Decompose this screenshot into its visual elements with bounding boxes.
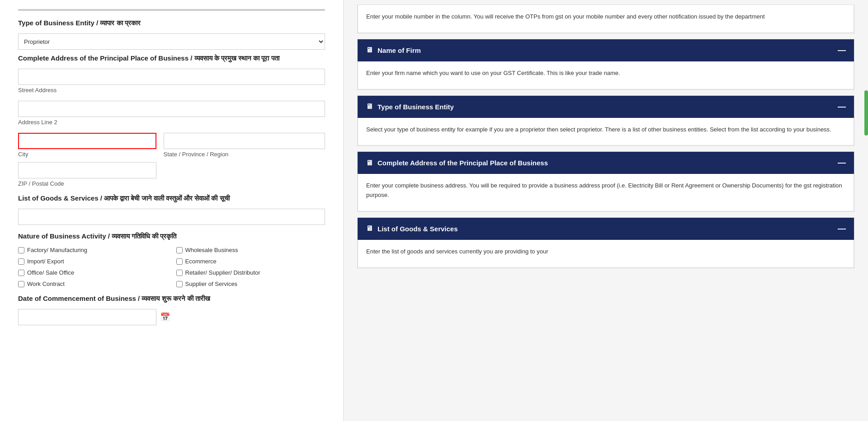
type-of-business-entity-select[interactable]: Proprietor Partnership LLP Private Limit… [18, 33, 325, 50]
checkbox-wholesale[interactable]: Wholesale Business [176, 247, 326, 253]
address-line2-input[interactable] [18, 101, 325, 117]
accordion-complete-address-header-left: 🖥 Complete Address of the Principal Plac… [366, 159, 548, 167]
list-goods-text: Enter the list of goods and services cur… [366, 247, 845, 257]
accordion-list-goods-header-left: 🖥 List of Goods & Services [366, 225, 458, 233]
city-state-row: City State / Province / Region [18, 133, 325, 158]
accordion-mobile-info-body: Enter your mobile number in the column. … [358, 5, 854, 33]
city-label: City [18, 151, 156, 158]
accordion-complete-address-body: Enter your complete business address. Yo… [358, 174, 854, 211]
checkbox-office-label: Office/ Sale Office [27, 269, 74, 276]
checkbox-factory[interactable]: Factory/ Manufacturing [18, 247, 167, 253]
calendar-icon[interactable]: 📅 [160, 312, 170, 322]
checkbox-workcontract[interactable]: Work Contract [18, 281, 167, 287]
street-address-input[interactable] [18, 69, 325, 85]
monitor-icon-goods: 🖥 [366, 225, 373, 233]
accordion-type-business-header[interactable]: 🖥 Type of Business Entity — [358, 96, 854, 118]
checkbox-office-input[interactable] [18, 270, 24, 276]
type-of-business-entity-section: Type of Business Entity / व्यापार का प्र… [18, 19, 325, 50]
city-group: City [18, 133, 156, 158]
accordion-complete-address-title: Complete Address of the Principal Place … [377, 159, 548, 167]
checkbox-import[interactable]: Import/ Export [18, 258, 167, 265]
street-address-label: Street Address [18, 87, 325, 94]
checkbox-ecommerce-label: Ecommerce [185, 258, 217, 265]
checkbox-import-input[interactable] [18, 258, 24, 265]
name-of-firm-text: Enter your firm name which you want to u… [366, 69, 845, 78]
address-line2-group: Address Line 2 [18, 101, 325, 126]
accordion-name-of-firm-header-left: 🖥 Name of Firm [366, 46, 421, 54]
state-input[interactable] [164, 133, 325, 149]
accordion-list-goods-header[interactable]: 🖥 List of Goods & Services — [358, 218, 854, 240]
monitor-icon-firm: 🖥 [366, 46, 373, 54]
nature-of-business-section: Nature of Business Activity / व्यवसाय गत… [18, 232, 325, 287]
complete-address-text: Enter your complete business address. Yo… [366, 181, 845, 200]
accordion-type-business-header-left: 🖥 Type of Business Entity [366, 103, 454, 111]
date-commencement-section: Date of Commencement of Business / व्यवस… [18, 295, 325, 325]
right-panel: Enter your mobile number in the column. … [344, 0, 868, 421]
top-border [18, 9, 325, 11]
zip-label: ZIP / Postal Code [18, 180, 325, 187]
checkbox-supplier-label: Supplier of Services [185, 281, 238, 287]
complete-address-section: Complete Address of the Principal Place … [18, 54, 325, 187]
collapse-icon-firm[interactable]: — [838, 46, 846, 55]
checkbox-supplier[interactable]: Supplier of Services [176, 281, 326, 287]
checkbox-factory-input[interactable] [18, 247, 24, 253]
checkbox-ecommerce-input[interactable] [176, 258, 183, 265]
checkbox-import-label: Import/ Export [27, 258, 64, 265]
checkbox-office[interactable]: Office/ Sale Office [18, 269, 167, 276]
checkbox-ecommerce[interactable]: Ecommerce [176, 258, 326, 265]
checkbox-workcontract-label: Work Contract [27, 281, 65, 287]
goods-services-section: List of Goods & Services / आपके द्वारा ब… [18, 194, 325, 225]
accordion-complete-address-header[interactable]: 🖥 Complete Address of the Principal Plac… [358, 152, 854, 174]
accordion-complete-address: 🖥 Complete Address of the Principal Plac… [357, 151, 854, 212]
nature-of-business-label: Nature of Business Activity / व्यवसाय गत… [18, 232, 325, 240]
zip-group: ZIP / Postal Code [18, 162, 325, 187]
accordion-type-business: 🖥 Type of Business Entity — Select your … [357, 95, 854, 146]
accordion-name-of-firm: 🖥 Name of Firm — Enter your firm name wh… [357, 39, 854, 90]
accordion-mobile-info: Enter your mobile number in the column. … [357, 5, 854, 33]
accordion-list-goods-title: List of Goods & Services [377, 225, 458, 233]
checkbox-supplier-input[interactable] [176, 281, 183, 287]
collapse-icon-address[interactable]: — [838, 158, 846, 168]
accordion-list-goods-body: Enter the list of goods and services cur… [358, 240, 854, 268]
checkbox-grid: Factory/ Manufacturing Wholesale Busines… [18, 247, 325, 287]
checkbox-retailer-input[interactable] [176, 270, 183, 276]
state-group: State / Province / Region [164, 133, 325, 158]
collapse-icon-goods[interactable]: — [838, 224, 846, 234]
scrollbar[interactable] [864, 90, 868, 136]
complete-address-label: Complete Address of the Principal Place … [18, 54, 325, 62]
monitor-icon-business: 🖥 [366, 103, 373, 111]
goods-services-label: List of Goods & Services / आपके द्वारा ब… [18, 194, 325, 202]
type-business-text: Select your type of business entity for … [366, 125, 845, 135]
goods-services-input[interactable] [18, 209, 325, 225]
monitor-icon-address: 🖥 [366, 159, 373, 167]
collapse-icon-business[interactable]: — [838, 102, 846, 112]
mobile-info-text: Enter your mobile number in the column. … [366, 12, 845, 22]
type-of-business-entity-label: Type of Business Entity / व्यापार का प्र… [18, 19, 325, 27]
zip-input[interactable] [18, 162, 156, 178]
accordion-type-business-body: Select your type of business entity for … [358, 118, 854, 146]
date-commencement-input[interactable] [18, 309, 156, 325]
accordion-list-goods: 🖥 List of Goods & Services — Enter the l… [357, 217, 854, 268]
checkbox-wholesale-label: Wholesale Business [185, 247, 238, 253]
accordion-name-of-firm-header[interactable]: 🖥 Name of Firm — [358, 39, 854, 61]
accordion-name-of-firm-title: Name of Firm [377, 47, 421, 54]
state-label: State / Province / Region [164, 151, 325, 158]
accordion-type-business-title: Type of Business Entity [377, 103, 454, 111]
left-panel: Type of Business Entity / व्यापार का प्र… [0, 0, 344, 421]
checkbox-factory-label: Factory/ Manufacturing [27, 247, 87, 253]
checkbox-retailer[interactable]: Retailer/ Supplier/ Distributor [176, 269, 326, 276]
checkbox-workcontract-input[interactable] [18, 281, 24, 287]
checkbox-retailer-label: Retailer/ Supplier/ Distributor [185, 269, 260, 276]
checkbox-wholesale-input[interactable] [176, 247, 183, 253]
city-input[interactable] [18, 133, 156, 149]
street-address-group: Street Address [18, 69, 325, 94]
address-line2-label: Address Line 2 [18, 119, 325, 126]
accordion-name-of-firm-body: Enter your firm name which you want to u… [358, 61, 854, 89]
date-commencement-label: Date of Commencement of Business / व्यवस… [18, 295, 325, 303]
